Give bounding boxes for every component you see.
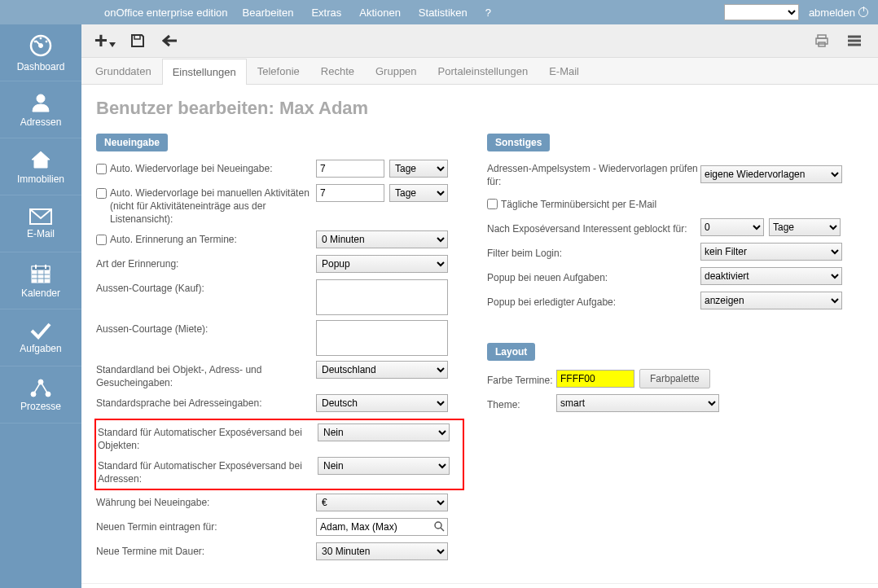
brand: onOffice enterprise edition	[104, 7, 228, 19]
menu-statistiken[interactable]: Statistiken	[419, 7, 468, 19]
menu-bearbeiten[interactable]: Bearbeiten	[243, 7, 294, 19]
menu-help[interactable]: ?	[485, 7, 491, 19]
power-icon	[858, 7, 868, 17]
topbar: onOffice enterprise edition Bearbeiten E…	[0, 0, 878, 24]
menu-aktionen[interactable]: Aktionen	[359, 7, 401, 19]
menu-extras[interactable]: Extras	[311, 7, 341, 19]
logout-link[interactable]: abmelden	[809, 7, 868, 19]
top-select[interactable]	[724, 4, 799, 20]
